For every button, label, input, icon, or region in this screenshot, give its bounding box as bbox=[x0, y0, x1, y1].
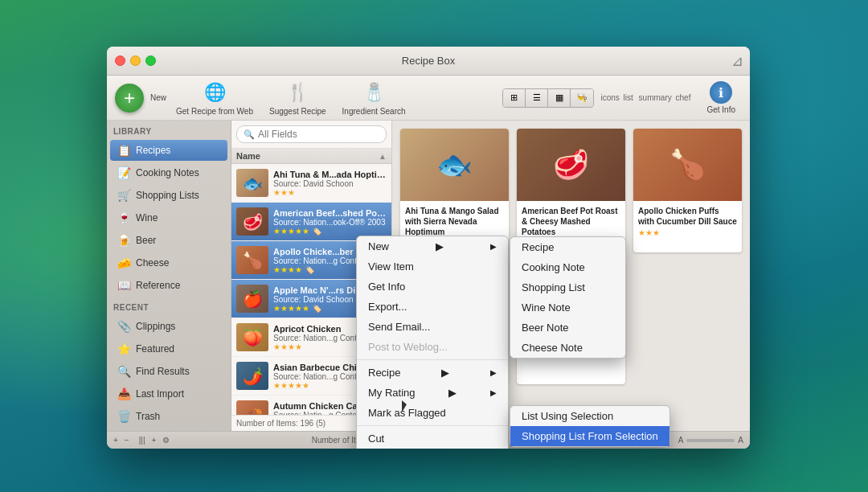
menu-item-export[interactable]: Export... bbox=[357, 297, 508, 317]
menu-item-new-wine-note[interactable]: Wine Note bbox=[510, 297, 625, 318]
menu-item-get-info[interactable]: Get Info bbox=[357, 277, 508, 297]
list-view-button[interactable]: ☰ bbox=[526, 89, 548, 107]
options-button[interactable]: ⚙ bbox=[162, 436, 170, 445]
get-recipe-web-icon: 🌐 bbox=[202, 80, 227, 105]
get-recipe-web-label: Get Recipe from Web bbox=[176, 107, 253, 116]
sidebar-item-shopping-lists[interactable]: 🛒 Shopping Lists bbox=[110, 185, 227, 206]
food-emoji: 🍗 bbox=[669, 148, 706, 182]
view-item-label: View Item bbox=[368, 260, 414, 273]
summary-view-button[interactable]: ▦ bbox=[548, 89, 571, 107]
recipe-thumbnail: 🐟 bbox=[236, 169, 268, 197]
recipe-stars: ★★★★★ 🏷️ bbox=[273, 227, 387, 236]
menu-item-cut[interactable]: Cut bbox=[357, 428, 508, 449]
grid-card-image: 🐟 bbox=[400, 129, 509, 201]
menu-item-new-shopping-list[interactable]: Shopping List bbox=[510, 277, 625, 297]
grid-card[interactable]: 🍗 Apollo Chicken Puffs with Cucumber Dil… bbox=[633, 129, 742, 252]
menu-item-new-recipe[interactable]: Recipe bbox=[510, 237, 625, 257]
sidebar-item-wine[interactable]: 🍷 Wine bbox=[110, 207, 227, 228]
grid-card-stars: ★★★ bbox=[638, 228, 737, 237]
menu-item-new-cooking-note[interactable]: Cooking Note bbox=[510, 257, 625, 277]
get-info-menu-label: Get Info bbox=[368, 281, 405, 293]
recipe-thumbnail: 🥩 bbox=[236, 207, 268, 236]
menu-item-view-item[interactable]: View Item bbox=[357, 256, 508, 277]
menu-item-new-cheese-note[interactable]: Cheese Note bbox=[510, 338, 625, 358]
menu-item-send-email[interactable]: Send Email... bbox=[357, 317, 508, 337]
zoom-button[interactable] bbox=[145, 55, 156, 66]
sidebar-item-cheese[interactable]: 🧀 Cheese bbox=[110, 252, 227, 273]
shopping-list-from-selection-label: Shopping List From Selection bbox=[522, 430, 658, 442]
minimize-button[interactable] bbox=[130, 55, 141, 66]
recipe-thumbnail: 🌶️ bbox=[236, 362, 268, 390]
submenu-list: List Using Selection Shopping List From … bbox=[510, 405, 670, 447]
chef-view-button[interactable]: 👨‍🍳 bbox=[571, 89, 593, 107]
context-menu: New ▶ Recipe Cooking Note Shopping List … bbox=[356, 236, 509, 449]
menu-item-list-using-selection[interactable]: List Using Selection bbox=[510, 406, 669, 426]
search-icon: 🔍 bbox=[244, 129, 255, 140]
sidebar-item-featured[interactable]: ⭐ Featured bbox=[110, 338, 227, 359]
window-title: Recipe Box bbox=[402, 55, 455, 67]
name-column-header: Name bbox=[236, 151, 260, 161]
sidebar-recipes-label: Recipes bbox=[136, 145, 170, 156]
ingredient-search-button[interactable]: 🧂 Ingredient Search bbox=[336, 76, 412, 119]
get-info-label: Get Info bbox=[706, 105, 735, 114]
search-input[interactable] bbox=[258, 129, 379, 140]
sidebar-item-cooking-notes[interactable]: 📝 Cooking Notes bbox=[110, 162, 227, 183]
sidebar-item-reference[interactable]: 📖 Reference bbox=[110, 275, 227, 296]
last-import-icon: 📥 bbox=[117, 387, 131, 401]
grid-card-title: Apollo Chicken Puffs with Cucumber Dill … bbox=[638, 206, 737, 227]
recipe-thumbnail: 🍑 bbox=[236, 323, 268, 351]
grid-card[interactable]: 🐟 Ahi Tuna & Mango Salad with Sierra Nev… bbox=[400, 129, 509, 252]
food-emoji: 🐟 bbox=[243, 174, 263, 193]
recipe-submenu-arrow: ▶ bbox=[441, 367, 449, 379]
recipe-thumbnail: 🍗 bbox=[236, 246, 268, 274]
sidebar-find-results-label: Find Results bbox=[136, 366, 190, 377]
menu-item-new-beer-note[interactable]: Beer Note bbox=[510, 318, 625, 338]
suggest-recipe-icon: 🍴 bbox=[285, 80, 310, 105]
icons-view-button[interactable]: ⊞ bbox=[503, 89, 526, 107]
cut-label: Cut bbox=[368, 433, 384, 445]
sidebar-item-beer[interactable]: 🍺 Beer bbox=[110, 230, 227, 251]
icons-label: icons bbox=[600, 93, 619, 102]
sidebar-clippings-label: Clippings bbox=[136, 321, 175, 332]
cursor bbox=[402, 400, 411, 415]
get-recipe-web-button[interactable]: 🌐 Get Recipe from Web bbox=[170, 76, 260, 119]
recipe-info: American Beef...shed Potatoes Source: Na… bbox=[273, 208, 387, 236]
add-item-button[interactable]: + bbox=[113, 436, 118, 445]
new-button[interactable]: + bbox=[115, 84, 144, 113]
add-button-2[interactable]: + bbox=[151, 436, 156, 445]
sidebar-item-trash[interactable]: 🗑️ Trash bbox=[110, 406, 227, 427]
resize-icon: ⊿ bbox=[731, 52, 743, 70]
zoom-slider[interactable] bbox=[686, 439, 735, 442]
shopping-lists-icon: 🛒 bbox=[117, 188, 131, 203]
list-item[interactable]: 🐟 Ahi Tuna & M...ada Hoptimum Source: Da… bbox=[231, 164, 391, 203]
grid-card-info: Apollo Chicken Puffs with Cucumber Dill … bbox=[633, 201, 742, 242]
menu-item-recipe[interactable]: Recipe ▶ bbox=[357, 363, 508, 383]
beer-icon: 🍺 bbox=[117, 233, 131, 248]
reference-icon: 📖 bbox=[117, 278, 131, 293]
get-info-icon: ℹ bbox=[710, 81, 732, 104]
sort-icon[interactable]: ▲ bbox=[379, 152, 387, 161]
menu-item-shopping-list-from-selection[interactable]: Shopping List From Selection bbox=[510, 426, 669, 446]
menu-separator-1 bbox=[357, 359, 508, 360]
new-recipe-label: Recipe bbox=[522, 241, 554, 253]
featured-icon: ⭐ bbox=[117, 342, 131, 356]
sidebar-featured-label: Featured bbox=[136, 343, 174, 355]
get-info-button[interactable]: ℹ Get Info bbox=[700, 78, 742, 117]
suggest-recipe-button[interactable]: 🍴 Suggest Recipe bbox=[263, 76, 333, 119]
close-button[interactable] bbox=[115, 55, 125, 66]
menu-item-my-rating[interactable]: My Rating ▶ bbox=[357, 383, 508, 403]
search-box[interactable]: 🔍 bbox=[236, 125, 387, 143]
sidebar-item-clippings[interactable]: 📎 Clippings bbox=[110, 316, 227, 337]
library-section-header: LIBRARY bbox=[107, 121, 231, 139]
sidebar-item-find-results[interactable]: 🔍 Find Results bbox=[110, 361, 227, 382]
send-email-label: Send Email... bbox=[368, 321, 430, 333]
grid-card[interactable]: 🥩 American Beef Pot Roast & Cheesy Mashe… bbox=[517, 129, 625, 252]
sidebar-item-recipes[interactable]: 📋 Recipes bbox=[110, 140, 227, 161]
view-switcher: ⊞ ☰ ▦ 👨‍🍳 bbox=[502, 88, 594, 108]
sidebar-cheese-label: Cheese bbox=[136, 257, 169, 269]
my-rating-arrow: ▶ bbox=[448, 387, 457, 399]
remove-item-button[interactable]: − bbox=[125, 436, 129, 445]
menu-item-mark-flagged[interactable]: Mark as Flagged bbox=[357, 403, 508, 423]
menu-item-new[interactable]: New ▶ Recipe Cooking Note Shopping List … bbox=[357, 236, 508, 256]
sidebar-item-last-import[interactable]: 📥 Last Import bbox=[110, 383, 227, 404]
